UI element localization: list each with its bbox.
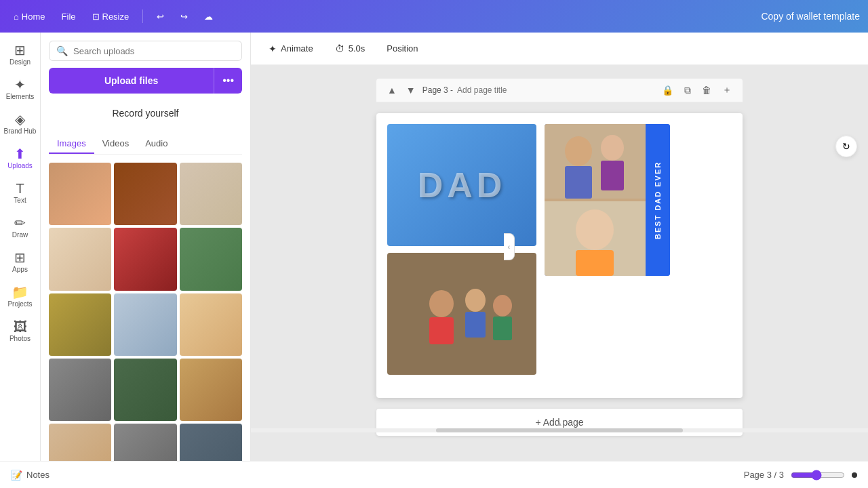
canvas-toolbar: ✦ Animate ⏱ 5.0s Position: [251, 33, 868, 65]
sidebar-item-label-elements: Elements: [6, 93, 35, 100]
collapse-down-button[interactable]: ▼: [403, 83, 418, 97]
clock-icon: ⏱: [335, 43, 344, 54]
svg-rect-14: [576, 250, 614, 276]
redo-button[interactable]: ↪: [175, 9, 193, 24]
duration-button[interactable]: ⏱ 5.0s: [328, 39, 372, 58]
svg-rect-6: [493, 317, 512, 340]
thumbnail-6[interactable]: [180, 228, 242, 290]
page-canvas[interactable]: DAD: [376, 113, 743, 398]
thumbnail-14[interactable]: [114, 424, 176, 461]
tab-images[interactable]: Images: [49, 134, 94, 154]
sidebar-item-draw[interactable]: ✏ Draw: [1, 211, 39, 244]
thumbnail-13[interactable]: [49, 424, 111, 461]
tab-videos[interactable]: Videos: [94, 134, 138, 154]
thumbnail-2[interactable]: [114, 163, 176, 225]
animate-button[interactable]: ✦ Animate: [262, 39, 320, 58]
upload-panel: 🔍 Upload files ••• Record yourself Image…: [41, 33, 251, 461]
page-label: Page 3 -: [422, 85, 453, 95]
add-page-icon-button[interactable]: ＋: [719, 83, 734, 98]
sidebar-item-brand-hub[interactable]: ◈ Brand Hub: [1, 107, 39, 140]
refresh-button[interactable]: ↻: [835, 136, 857, 157]
thumbnail-1[interactable]: [49, 163, 111, 225]
delete-page-button[interactable]: 🗑: [699, 83, 714, 97]
home-icon: ⌂: [14, 12, 19, 22]
sidebar-item-apps[interactable]: ⊞ Apps: [1, 245, 39, 279]
thumbnail-12[interactable]: [180, 359, 242, 421]
search-box: 🔍: [49, 41, 242, 61]
svg-point-8: [565, 136, 592, 166]
sidebar-item-label-design: Design: [9, 58, 31, 66]
icon-sidebar: ⊞ Design ✦ Elements ◈ Brand Hub ⬆ Upload…: [0, 33, 41, 461]
thumbnail-5[interactable]: [114, 228, 176, 290]
thumbnail-7[interactable]: [49, 293, 111, 356]
lock-page-button[interactable]: 🔒: [659, 83, 676, 97]
sidebar-item-elements[interactable]: ✦ Elements: [1, 73, 39, 106]
page-indicator: Page 3 / 3: [744, 470, 857, 481]
page-title-input[interactable]: [457, 85, 559, 95]
topbar: ⌂ Home File ⊡ Resize ↩ ↪ ☁ Copy of walle…: [0, 0, 868, 33]
sidebar-item-label-brand-hub: Brand Hub: [4, 127, 37, 135]
thumbnail-8[interactable]: [114, 293, 176, 356]
home-button[interactable]: ⌂ Home: [8, 9, 51, 24]
svg-rect-4: [465, 312, 486, 338]
position-button[interactable]: Position: [380, 39, 425, 58]
apps-icon: ⊞: [14, 251, 26, 264]
collapse-up-button[interactable]: ▲: [384, 83, 399, 97]
sidebar-item-text[interactable]: T Text: [1, 176, 39, 209]
notes-button[interactable]: 📝 Notes: [11, 470, 50, 481]
duplicate-page-button[interactable]: ⧉: [682, 83, 694, 98]
thumbnail-3[interactable]: [180, 163, 242, 225]
zoom-dot: [852, 472, 857, 478]
svg-point-10: [601, 135, 624, 161]
sidebar-item-projects[interactable]: 📁 Projects: [1, 280, 39, 313]
canvas-scroll[interactable]: ▲ ▼ Page 3 - 🔒 ⧉ 🗑 ＋: [251, 65, 868, 461]
svg-rect-2: [429, 317, 454, 344]
bottom-bar: 📝 Notes Page 3 / 3: [0, 461, 868, 488]
tab-audio[interactable]: Audio: [137, 134, 176, 154]
thumbnail-9[interactable]: [180, 293, 242, 356]
sidebar-item-uploads[interactable]: ⬆ Uploads: [1, 142, 39, 175]
zoom-slider[interactable]: [791, 470, 845, 481]
sidebar-item-label-draw: Draw: [12, 231, 28, 239]
cloud-save-button[interactable]: ☁: [199, 9, 218, 24]
sidebar-item-label-photos: Photos: [9, 335, 31, 342]
cloud-icon: ☁: [204, 12, 213, 22]
sidebar-item-label-text: Text: [14, 197, 26, 204]
notes-icon: 📝: [11, 470, 22, 481]
tabs-bar: Images Videos Audio: [49, 134, 242, 155]
scrollbar-thumb[interactable]: [436, 428, 683, 432]
svg-point-5: [493, 295, 512, 317]
upload-btn-row: Upload files •••: [49, 68, 242, 94]
horizontal-scrollbar[interactable]: [251, 428, 868, 432]
kids-photo-block[interactable]: [387, 253, 536, 375]
undo-icon: ↩: [157, 12, 164, 22]
thumbnail-15[interactable]: [180, 424, 242, 461]
canvas-area: ✦ Animate ⏱ 5.0s Position ▲ ▼ Page 3 -: [251, 33, 868, 461]
thumbnail-11[interactable]: [114, 359, 176, 421]
main-layout: ⊞ Design ✦ Elements ◈ Brand Hub ⬆ Upload…: [0, 33, 868, 461]
best-dad-block[interactable]: BEST DAD EVER: [545, 124, 670, 276]
draw-icon: ✏: [14, 216, 26, 230]
thumbnail-4[interactable]: [49, 228, 111, 290]
thumbnail-10[interactable]: [49, 359, 111, 421]
dad-photo-block[interactable]: DAD: [387, 124, 536, 246]
projects-icon: 📁: [12, 285, 28, 299]
collapse-panel-button[interactable]: ‹: [504, 233, 515, 260]
upload-files-button[interactable]: Upload files: [49, 68, 214, 94]
upload-more-button[interactable]: •••: [214, 68, 242, 94]
file-button[interactable]: File: [56, 9, 81, 24]
record-yourself-button[interactable]: Record yourself: [49, 100, 242, 126]
page-canvas-container: DAD: [376, 113, 743, 398]
page-header-left: ▲ ▼ Page 3 -: [384, 83, 559, 97]
svg-point-3: [465, 289, 486, 312]
right-photo-top: [545, 124, 646, 201]
kids-photo-svg: [401, 266, 523, 361]
resize-button[interactable]: ⊡ Resize: [87, 9, 135, 24]
baby-photo-svg: [545, 201, 646, 276]
dad-text: DAD: [418, 165, 507, 205]
sidebar-item-photos[interactable]: 🖼 Photos: [1, 314, 39, 348]
design-icon: ⊞: [14, 43, 26, 57]
undo-button[interactable]: ↩: [151, 9, 170, 24]
search-input[interactable]: [73, 46, 235, 56]
sidebar-item-design[interactable]: ⊞ Design: [1, 38, 39, 71]
